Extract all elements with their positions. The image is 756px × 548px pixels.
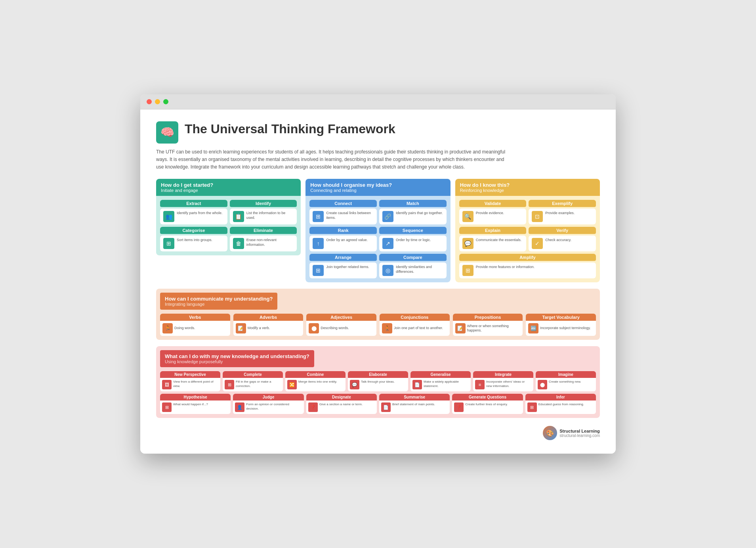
page-content: 🧠 The Universal Thinking Framework The U… [140,109,616,454]
conjunctions-body: 🚶 Join one part of text to another. [380,321,450,336]
maximize-dot[interactable] [163,99,168,104]
browser-chrome [140,94,616,109]
designate-body: ❓ Give a section a name or term. [306,400,377,414]
judge-header: Judge [233,394,304,400]
designate-header: Designate [306,394,377,400]
adjectives-icon: ⬤ [309,323,319,333]
combine-body: 🔀 Merge items into one entity. [285,378,346,391]
verbs-body: 🏃 Doing words. [160,321,230,336]
extract-card: 👥 Identify parts from the whole. [160,209,227,224]
complete-card: Complete ⊞ Fill in the gaps or make a co… [223,371,283,391]
categorise-card: ⊞ Sort items into groups. [160,236,227,251]
prepositions-card: Prepositions 📝 Where or when something h… [453,314,523,336]
organise-title: How should I organise my ideas? [310,182,392,188]
amplify-header: Amplify [459,254,596,261]
sequence-icon: ↗ [382,238,393,249]
amplify-card-wrap: Amplify ⊞ Provide more features or infor… [459,254,596,278]
adverbs-header: Adverbs [233,314,304,321]
get-started-header: How do I get started? Initiate and engag… [156,179,301,196]
exemplify-card-wrap: Exemplify ⊡ Provide examples. [529,200,596,224]
verify-icon: ✓ [532,238,543,249]
sequence-card-wrap: Sequence ↗ Order by time or logic. [379,227,447,251]
elaborate-card: Elaborate 💬 Talk through your ideas. [348,371,408,391]
infer-icon: ⊞ [527,402,537,412]
categorise-card-wrap: Categorise ⊞ Sort items into groups. [160,227,227,251]
framework-top: How do I get started? Initiate and engag… [156,179,600,282]
connect-card-wrap: Connect ⊞ Create causal links between it… [309,200,377,224]
know-this-body: Validate 🔍 Provide evidence. Exemplify ⊡… [455,196,600,282]
eliminate-card-wrap: Eliminate 🗑 Erase non-relevant informati… [230,227,297,251]
arrange-card: ⊞ Join together related items. [309,263,377,278]
know-this-header: How do I know this? Reinforcing knowledg… [455,179,600,196]
new-perspective-body: 🖼 View from a different point of view. [160,378,220,391]
know-this-sub: Reinforcing knowledge [460,188,595,193]
page-logo-icon: 🧠 [156,121,178,144]
combine-icon: 🔀 [287,380,297,389]
complete-desc: Fill in the gaps or make a correction. [236,380,281,388]
arrange-text: Join together related items. [326,265,369,270]
integrate-body: ≡ Incorporate others' ideas or new infor… [473,378,533,391]
sequence-card: ↗ Order by time or logic. [379,236,447,251]
generate-questions-icon: ❓ [454,402,464,412]
rank-card: ↑ Order by an agreed value. [309,236,377,251]
hypothesise-card: Hypothesise ⊞ What would happen if...? [160,394,231,414]
generate-questions-desc: Create further lines of enquiry. [465,402,508,406]
adverbs-card: Adverbs 📝 Modify a verb. [233,314,304,336]
adjectives-desc: Describing words. [321,326,349,331]
minimize-dot[interactable] [155,99,160,104]
generate-questions-header: Generate Questions [452,394,523,400]
sequence-text: Order by time or logic. [396,238,431,243]
compare-icon: ◎ [382,265,393,276]
match-card: 🔗 Identify pairs that go together. [379,209,447,224]
close-dot[interactable] [147,99,152,104]
designate-card: Designate ❓ Give a section a name or ter… [306,394,377,414]
knowledge-section: What can I do with my new knowledge and … [156,346,600,418]
verify-card: ✓ Check accuracy. [529,236,596,251]
rank-header: Rank [309,227,377,234]
footer-brand-name: Structural Learning [559,429,600,433]
organise-section: How should I organise my ideas? Connecti… [305,179,450,282]
extract-icon: 👥 [163,211,174,222]
identify-card-wrap: Identify 📋 List the information to be us… [230,200,297,224]
identify-text: List the information to be used. [246,211,294,220]
prepositions-icon: 📝 [455,323,466,333]
compare-header: Compare [379,254,447,261]
summarise-card: Summarise 📄 Brief statement of main poin… [379,394,450,414]
validate-icon: 🔍 [462,211,473,222]
adjectives-header: Adjectives [306,314,376,321]
verbs-desc: Doing words. [174,326,195,331]
get-started-body: Extract 👥 Identify parts from the whole.… [156,196,301,255]
target-vocab-desc: Incorporate subject terminology. [540,326,590,331]
footer-url: structural-learning.com [559,433,600,438]
designate-desc: Give a section a name or term. [319,402,363,406]
adjectives-body: ⬤ Describing words. [306,321,376,336]
explain-header: Explain [459,227,527,234]
knowledge-top-grid: New Perspective 🖼 View from a different … [156,371,600,391]
match-card-wrap: Match 🔗 Identify pairs that go together. [379,200,447,224]
extract-header: Extract [160,200,227,207]
imagine-card: Imagine ⬤ Create something new. [536,371,596,391]
generalise-body: 📄 Make a widely applicable statement. [410,378,471,391]
verify-card-wrap: Verify ✓ Check accuracy. [529,227,596,251]
integrate-header: Integrate [473,371,533,378]
infer-card: Infer ⊞ Educated guess from reasoning. [525,394,596,414]
generalise-card: Generalise 📄 Make a widely applicable st… [410,371,471,391]
imagine-header: Imagine [536,371,596,378]
target-vocab-icon: 🔤 [528,323,538,333]
new-perspective-desc: View from a different point of view. [173,380,218,388]
validate-card: 🔍 Provide evidence. [459,209,527,224]
conjunctions-card: Conjunctions 🚶 Join one part of text to … [380,314,450,336]
summarise-icon: 📄 [381,402,391,412]
know-this-title: How do I know this? [460,182,510,188]
browser-window: 🧠 The Universal Thinking Framework The U… [140,94,616,454]
organise-header: How should I organise my ideas? Connecti… [305,179,450,196]
compare-text: Identify similarities and differences. [396,265,443,274]
connect-header: Connect [309,200,377,207]
verbs-icon: 🏃 [162,323,173,333]
match-icon: 🔗 [382,211,393,222]
generate-questions-card: Generate Questions ❓ Create further line… [452,394,523,414]
exemplify-icon: ⊡ [532,211,543,222]
conjunctions-header: Conjunctions [380,314,450,321]
prepositions-desc: Where or when something happens. [467,324,521,333]
summarise-header: Summarise [379,394,450,400]
